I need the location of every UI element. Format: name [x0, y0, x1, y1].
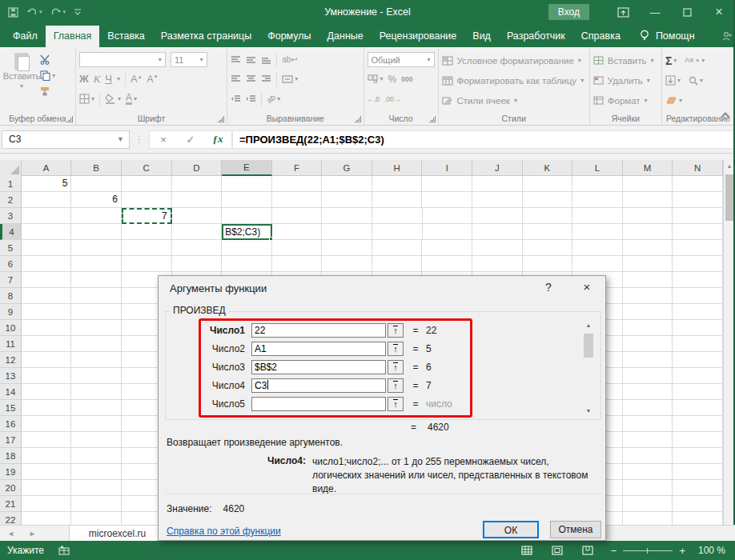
cell-styles-button[interactable]: Стили ячеек▾ [442, 90, 586, 110]
cell-K2[interactable] [523, 192, 573, 208]
underline-button[interactable]: Ч [105, 73, 112, 85]
col-header-B[interactable]: B [71, 160, 122, 176]
tell-me-lightbulb-icon[interactable] [629, 25, 653, 47]
row-header-14[interactable]: 14 [0, 384, 22, 400]
clear-dropdown-caret[interactable]: ▾ [679, 97, 682, 104]
cell-M2[interactable] [623, 192, 673, 208]
decrease-indent-icon[interactable] [231, 95, 241, 103]
cell-L3[interactable] [572, 208, 623, 224]
cell-B8[interactable] [71, 288, 122, 304]
cell-I3[interactable] [423, 208, 473, 224]
cell-D6[interactable] [172, 256, 223, 272]
formula-input[interactable] [232, 130, 735, 149]
cell-A10[interactable] [22, 320, 72, 336]
row-header-8[interactable]: 8 [0, 288, 22, 304]
row-header-7[interactable]: 7 [0, 272, 22, 288]
cell-H5[interactable] [372, 240, 423, 256]
cell-B9[interactable] [71, 304, 122, 320]
row-header-18[interactable]: 18 [0, 448, 22, 464]
cell-A18[interactable] [22, 448, 72, 464]
row-header-12[interactable]: 12 [0, 352, 22, 368]
align-left-icon[interactable] [231, 75, 241, 83]
cell-N21[interactable] [673, 496, 723, 512]
cell-J5[interactable] [472, 240, 523, 256]
number4-collapse-button[interactable]: ↑ [388, 378, 404, 393]
cell-B12[interactable] [71, 352, 122, 368]
minimize-button[interactable]: — [639, 0, 671, 24]
cell-M12[interactable] [623, 352, 673, 368]
tab-help[interactable]: Справка [573, 26, 629, 47]
underline-dropdown-caret[interactable]: ▾ [117, 75, 120, 82]
col-header-M[interactable]: M [623, 160, 673, 176]
cell-N8[interactable] [673, 288, 723, 304]
cell-A21[interactable] [22, 496, 72, 512]
cell-B22[interactable] [71, 512, 122, 525]
row-header-1[interactable]: 1 [0, 176, 22, 192]
cell-J3[interactable] [472, 208, 523, 224]
cell-A14[interactable] [22, 384, 72, 400]
select-all-corner[interactable] [0, 160, 22, 176]
find-dropdown-caret[interactable]: ▾ [700, 77, 703, 84]
cell-K1[interactable] [523, 176, 573, 192]
number1-collapse-button[interactable]: ↑ [388, 323, 404, 338]
number5-collapse-button[interactable]: ↑ [388, 397, 404, 411]
align-center-icon[interactable] [246, 75, 256, 83]
format-painter-icon[interactable] [40, 86, 55, 96]
tab-home[interactable]: Главная [46, 26, 100, 47]
dialog-scroll-up-icon[interactable]: ▲ [583, 322, 594, 328]
cell-M9[interactable] [623, 304, 673, 320]
cell-E6[interactable] [222, 256, 272, 272]
sheet-tab[interactable]: microexcel.ru [69, 526, 166, 541]
cell-E5[interactable] [222, 240, 272, 256]
cell-L6[interactable] [572, 256, 623, 272]
dialog-scroll-down-icon[interactable]: ▼ [583, 408, 594, 414]
cell-B21[interactable] [71, 496, 122, 512]
find-select-button[interactable]: ▾ [689, 76, 703, 86]
cell-J1[interactable] [472, 176, 523, 192]
number1-input[interactable] [251, 323, 386, 338]
sheet-nav-left-icon[interactable]: ◄ [0, 530, 22, 538]
cell-A2[interactable] [22, 192, 72, 208]
col-header-E[interactable]: E [222, 160, 272, 176]
cell-A19[interactable] [22, 464, 72, 480]
cell-B19[interactable] [71, 464, 122, 480]
cell-B10[interactable] [71, 320, 122, 336]
cell-H4[interactable] [372, 224, 423, 240]
normal-view-icon[interactable] [521, 546, 532, 555]
cell-I2[interactable] [422, 192, 472, 208]
comma-style-button[interactable]: 000 [401, 75, 412, 83]
font-size-combo[interactable]: 11▾ [171, 52, 207, 67]
autosum-button[interactable]: Σ ▾ [665, 54, 677, 67]
cell-A3[interactable] [22, 208, 72, 224]
cell-F2[interactable] [272, 192, 323, 208]
dialog-help-icon[interactable]: ? [541, 281, 556, 294]
cell-N10[interactable] [673, 320, 723, 336]
row-header-22[interactable]: 22 [0, 512, 22, 525]
dialog-scroll-thumb[interactable] [584, 334, 593, 358]
cell-E3[interactable] [222, 208, 272, 224]
alignment-dialog-launcher[interactable] [355, 116, 361, 122]
dialog-title-bar[interactable]: Аргументы функции [159, 276, 605, 300]
fill-color-button[interactable]: ▾ [105, 94, 121, 104]
cell-F4[interactable] [272, 224, 323, 240]
cell-N6[interactable] [673, 256, 723, 272]
cell-M10[interactable] [623, 320, 673, 336]
col-header-L[interactable]: L [572, 160, 623, 176]
row-header-16[interactable]: 16 [0, 416, 22, 432]
clear-eraser-button[interactable]: ▾ [665, 96, 682, 105]
cell-A13[interactable] [22, 368, 72, 384]
confirm-entry-icon[interactable]: ✓ [177, 134, 204, 146]
cell-M16[interactable] [623, 416, 673, 432]
cell-F5[interactable] [272, 240, 323, 256]
decrease-decimal-button[interactable]: ,00→ [384, 95, 400, 103]
cell-M5[interactable] [623, 240, 673, 256]
cell-I4[interactable] [423, 224, 473, 240]
redo-dropdown-caret[interactable]: ▾ [63, 9, 66, 15]
save-icon[interactable] [8, 7, 18, 18]
cell-N5[interactable] [673, 240, 723, 256]
col-header-N[interactable]: N [673, 160, 723, 176]
increase-indent-icon[interactable] [246, 95, 256, 103]
cell-B4[interactable] [71, 224, 122, 240]
cell-B16[interactable] [71, 416, 122, 432]
cell-C4[interactable] [122, 224, 172, 240]
